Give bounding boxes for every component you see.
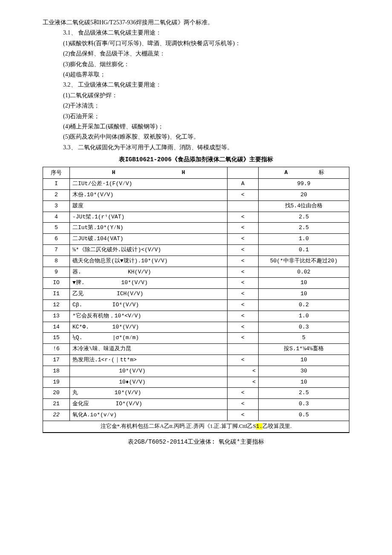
row-item: 木份.10*(V/V)	[70, 190, 228, 201]
table1-footnote: 注它金*.有机料包括二坏A乙tt.丙眄.正.弄丙《1.正.算丁脚.Cttl乙S1…	[43, 421, 349, 432]
table2-title: 表2GB/T6052-20114工业液体: 氧化碳*主要指标	[43, 437, 349, 447]
item-3-1-2: (2)食品保鲜、食品级干冰、大棚蔬菜：	[43, 49, 349, 58]
row-val: 1.0	[259, 311, 349, 322]
table1-h-val: A 标	[259, 167, 349, 179]
item-3-2-4: (4)桶上开采加工(碳酸锂、碳酸钢等)；	[43, 122, 349, 131]
row-val: 30	[259, 366, 349, 377]
row-sym: <	[228, 388, 259, 399]
row-item: 器. KH(V/V)	[70, 267, 228, 278]
row-val: 0.02	[259, 267, 349, 278]
row-num: 21	[43, 399, 70, 410]
section-3-3: 3.3、 二氧化碳固化为干冰可用于人工降雨、消防、铸模成型等。	[43, 143, 349, 152]
table-row: I1乙见 ICH(V/V)<10	[43, 289, 349, 300]
row-num: 3	[43, 200, 70, 212]
row-val: 50(*中非干比灶不趣过20)	[259, 256, 349, 267]
row-sym: <	[228, 322, 259, 333]
row-item: 跛度	[70, 200, 228, 212]
table-row: 18 10*(V/V)<30	[43, 366, 349, 377]
table-row: 2木份.10*(V/V)<20	[43, 190, 349, 201]
row-sym: <	[228, 300, 259, 311]
row-val: 2.5	[259, 223, 349, 234]
item-3-2-1: (1)二氧化碳保护焊：	[43, 91, 349, 100]
row-num: 6	[43, 234, 70, 245]
row-num: 5	[43, 223, 70, 234]
row-val: 10	[259, 278, 349, 289]
table1-h-val-right: 标	[305, 168, 339, 177]
row-num: 8	[43, 256, 70, 267]
row-item: 乙见 ICH(V/V)	[70, 289, 228, 300]
row-sym: <	[228, 289, 259, 300]
row-val: 0.3	[259, 322, 349, 333]
table1-h-val-left: A	[269, 169, 303, 177]
row-val: 99.9	[259, 179, 349, 190]
row-item: 10*(V/V)	[70, 366, 228, 377]
row-val: 0.3	[259, 399, 349, 410]
table1-body: I二IUt/公差·1(F(V⁄V)A99.92木份.10*(V/V)<203跛度…	[43, 179, 349, 421]
row-item: ⅛*《除二仄化破外.以破计)<(V/V)	[70, 245, 228, 256]
row-item: KC*Φ. 10*(V/V)	[70, 322, 228, 333]
row-val: 10	[259, 377, 349, 388]
row-val: 按S.1*⅛4⅛畜格	[259, 344, 349, 355]
table-row: 14KC*Φ. 10*(V/V)<0.3	[43, 322, 349, 333]
table-row: 20丸 10*(V/V)<2.5	[43, 388, 349, 399]
row-item: 金化应 IO*(V/V)	[70, 399, 228, 410]
row-item: -JUt髤.1(rᵗ(VAT)	[70, 212, 228, 223]
row-sym: <	[228, 311, 259, 322]
table-row: 7⅛*《除二仄化破外.以破计)<(V/V)<0.1	[43, 245, 349, 256]
row-num: 13	[43, 311, 70, 322]
row-val: 5	[259, 333, 349, 344]
row-sym: <	[228, 256, 259, 267]
row-val: 0.1	[259, 245, 349, 256]
row-val: 2.5	[259, 212, 349, 223]
intro-text: 工业液体二氧化碳5和HG/T2537-936焊接用二氧化碳》两个标准。	[43, 18, 349, 27]
row-sym: <	[228, 234, 259, 245]
table1: 序号 H H A 标 I二IUt/公差·1(F(V⁄V)A99.92木份.10*…	[43, 167, 349, 433]
row-num: 18	[43, 366, 70, 377]
row-item: 氧化A.io*(v⁄v)	[70, 410, 228, 421]
row-num: I	[43, 179, 70, 190]
row-sym: <	[228, 399, 259, 410]
table-row: 9器. KH(V/V)<0.02	[43, 267, 349, 278]
row-item: 10♦(V/V)	[70, 377, 228, 388]
table1-h-sym	[228, 167, 259, 179]
row-item: 二JUt破.104(VAT)	[70, 234, 228, 245]
row-item: 二IUt/公差·1(F(V⁄V)	[70, 179, 228, 190]
table-row: 5二Iut第.10*(Y⁄N)<2.5	[43, 223, 349, 234]
table-row: 12Cβ. IO⁴(V/V)<0.2	[43, 300, 349, 311]
item-3-2-3: (3)石油开采；	[43, 112, 349, 121]
table1-footnote-pre: 注它金*.有机料包括二坏A乙tt.丙眄.正.弄丙《1.正.算丁脚.Cttl乙S	[101, 423, 256, 429]
row-sym: <	[228, 333, 259, 344]
row-sym: <	[228, 223, 259, 234]
row-val: 1.0	[259, 234, 349, 245]
row-num: 9	[43, 267, 70, 278]
row-val: 0.2	[259, 300, 349, 311]
row-num: 2	[43, 190, 70, 201]
table-row: 22氧化A.io*(v⁄v)<0.5	[43, 410, 349, 421]
row-sym: <	[228, 212, 259, 223]
item-3-1-1: (1)碳酸饮料(百事/可口可乐等)、啤酒、现调饮料(快餐店可乐机等)：	[43, 39, 349, 48]
table1-header-row: 序号 H H A 标	[43, 167, 349, 179]
row-val: 10	[259, 355, 349, 366]
row-num: 14	[43, 322, 70, 333]
table1-title: 表IGB10621-2006《食品添加剂液体二氧化碳》主要指标	[43, 155, 349, 164]
table1-bottom-border	[43, 432, 349, 433]
table-row: !6木冷液\味、味道及力昆按S.1*⅛4⅛畜格	[43, 344, 349, 355]
item-3-2-5: (5)医药及农药中间体(睢豕胺、双衹胺等)、化工等。	[43, 132, 349, 142]
row-num: 17	[43, 355, 70, 366]
row-sym: <	[228, 377, 259, 388]
table1-footnote-post: 乙咬算茂里.	[262, 423, 291, 429]
row-sym	[228, 344, 259, 355]
row-sym: <	[228, 278, 259, 289]
section-3-2: 3.2、 工业级液体二氧化碳主要用途：	[43, 80, 349, 90]
item-3-2-2: (2)干冰清洗；	[43, 101, 349, 110]
row-num: 19	[43, 377, 70, 388]
table-row: 13*它会反有机物，10*<V⁄V)<1.0	[43, 311, 349, 322]
table-row: 3跛度找5.4位由合格	[43, 200, 349, 212]
table-row: 4-JUt髤.1(rᵗ(VAT)<2.5	[43, 212, 349, 223]
row-item: ⅙Q. |σ*(m⁄m)	[70, 333, 228, 344]
item-3-1-4: (4)超临界萃取；	[43, 70, 349, 79]
row-val: 20	[259, 190, 349, 201]
table-row: 8礁天化合物总景(以▼珑计).10*(V/V)<50(*中非干比灶不趣过20)	[43, 256, 349, 267]
row-num: I1	[43, 289, 70, 300]
row-sym: <	[228, 366, 259, 377]
